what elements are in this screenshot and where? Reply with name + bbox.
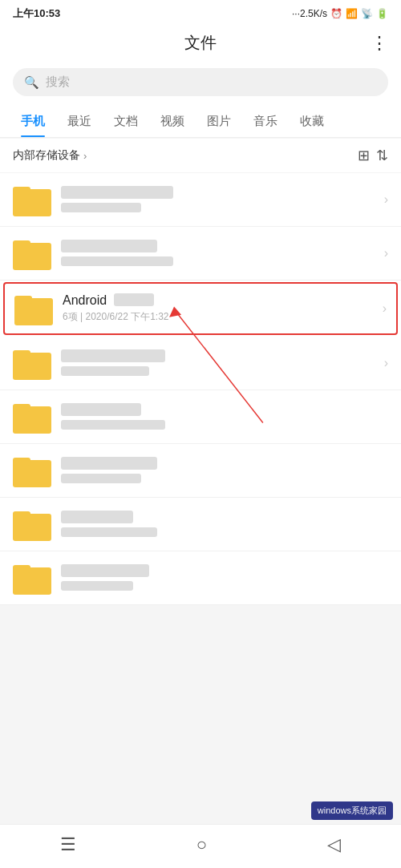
search-icon: 🔍 xyxy=(24,75,39,90)
svg-rect-5 xyxy=(14,296,32,304)
nav-menu-button[interactable]: ☰ xyxy=(60,834,76,855)
file-name xyxy=(61,349,384,364)
svg-rect-7 xyxy=(13,350,30,358)
file-meta xyxy=(61,256,384,268)
file-item[interactable]: › xyxy=(0,444,401,498)
file-item[interactable]: › xyxy=(0,390,401,444)
status-bar: 上午10:53 ···2.5K/s ⏰ 📶 📡 🔋 xyxy=(0,0,401,24)
file-meta xyxy=(61,366,384,377)
more-menu-button[interactable]: ⋮ xyxy=(371,33,388,54)
file-meta xyxy=(61,474,384,485)
search-bar: 🔍 搜索 xyxy=(0,62,401,106)
app-header: 文件 ⋮ xyxy=(0,24,401,62)
tab-music[interactable]: 音乐 xyxy=(242,106,289,137)
bottom-navigation: ☰ ○ ◁ xyxy=(0,824,401,868)
file-name xyxy=(61,457,384,471)
chevron-right-icon: › xyxy=(384,192,388,207)
folder-icon xyxy=(14,292,53,325)
svg-rect-11 xyxy=(13,458,30,466)
sort-icon[interactable]: ⊞ xyxy=(358,147,370,164)
watermark: windows系统家园 xyxy=(311,801,393,820)
svg-rect-9 xyxy=(13,404,30,412)
file-info: Android 6项 | 2020/6/22 下午1:32 xyxy=(63,293,383,324)
file-info xyxy=(61,403,384,431)
folder-icon xyxy=(13,236,51,270)
chevron-right-icon: › xyxy=(384,246,388,260)
tab-video[interactable]: 视频 xyxy=(149,106,196,137)
breadcrumb-row: 内部存储设备 › ⊞ ⇅ xyxy=(0,139,401,172)
svg-rect-13 xyxy=(13,511,30,519)
folder-icon xyxy=(13,183,51,216)
file-item[interactable]: › xyxy=(0,173,401,227)
file-info xyxy=(61,457,384,485)
file-meta xyxy=(61,420,384,431)
file-info xyxy=(61,564,384,592)
file-list: › › Android xyxy=(0,173,401,605)
chevron-right-icon: › xyxy=(384,356,388,370)
tab-favorites[interactable]: 收藏 xyxy=(289,106,335,137)
file-item[interactable]: › xyxy=(0,337,401,390)
android-folder-meta: 6项 | 2020/6/22 下午1:32 xyxy=(63,310,383,324)
breadcrumb-label: 内部存储设备 xyxy=(13,148,80,163)
file-name xyxy=(61,403,384,418)
status-time: 上午10:53 xyxy=(13,6,60,21)
page-title: 文件 xyxy=(184,32,217,54)
category-tabs: 手机 最近 文档 视频 图片 音乐 收藏 xyxy=(0,106,401,138)
breadcrumb[interactable]: 内部存储设备 › xyxy=(13,148,87,163)
file-meta xyxy=(61,581,384,592)
breadcrumb-chevron: › xyxy=(83,150,87,162)
folder-icon xyxy=(13,507,51,541)
file-info xyxy=(61,186,384,214)
alarm-icon: ⏰ xyxy=(330,8,342,19)
svg-rect-1 xyxy=(13,187,30,195)
tab-image[interactable]: 图片 xyxy=(196,106,242,137)
signal-icon: 📶 xyxy=(346,8,358,19)
file-name xyxy=(61,186,384,200)
file-name xyxy=(61,511,384,525)
chevron-right-icon: › xyxy=(383,301,387,316)
folder-icon xyxy=(13,561,51,595)
android-folder-name: Android xyxy=(63,293,383,308)
file-meta xyxy=(61,203,384,214)
nav-back-button[interactable]: ◁ xyxy=(327,834,341,855)
nav-home-button[interactable]: ○ xyxy=(196,834,207,855)
folder-icon xyxy=(13,346,51,380)
search-input-wrap[interactable]: 🔍 搜索 xyxy=(13,68,388,96)
tab-docs[interactable]: 文档 xyxy=(103,106,149,137)
file-name xyxy=(61,564,384,579)
svg-rect-15 xyxy=(13,565,30,573)
file-name xyxy=(61,240,384,254)
adjust-icon[interactable]: ⇅ xyxy=(376,147,388,164)
search-placeholder: 搜索 xyxy=(46,75,70,90)
tab-recent[interactable]: 最近 xyxy=(56,106,103,137)
svg-rect-3 xyxy=(13,240,30,248)
status-icons: ···2.5K/s ⏰ 📶 📡 🔋 xyxy=(292,8,388,19)
battery-icon: 🔋 xyxy=(376,8,388,19)
folder-icon xyxy=(13,400,51,434)
wifi-icon: 📡 xyxy=(361,8,373,19)
file-item[interactable]: › xyxy=(0,498,401,551)
sort-icon-wrap: ⊞ ⇅ xyxy=(358,147,388,164)
file-info xyxy=(61,511,384,539)
file-info xyxy=(61,240,384,268)
network-speed: ···2.5K/s xyxy=(292,8,327,19)
file-meta xyxy=(61,527,384,539)
file-item[interactable]: › xyxy=(0,227,401,281)
tab-phone[interactable]: 手机 xyxy=(10,106,56,137)
file-item[interactable]: › xyxy=(0,551,401,605)
android-folder-item[interactable]: Android 6项 | 2020/6/22 下午1:32 › xyxy=(3,282,398,335)
file-info xyxy=(61,349,384,377)
folder-icon xyxy=(13,454,51,487)
